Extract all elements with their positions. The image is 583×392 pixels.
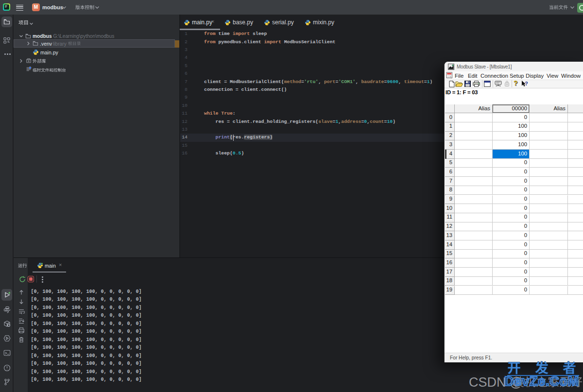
svg-text:?: ? <box>525 81 528 86</box>
